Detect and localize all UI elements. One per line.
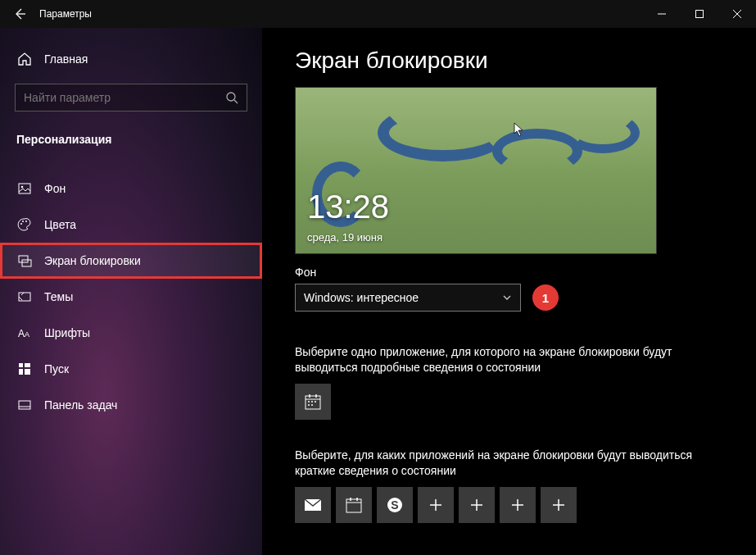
svg-point-7 [21,186,24,189]
start-icon [16,361,33,377]
svg-rect-18 [19,369,23,375]
background-dropdown[interactable]: Windows: интересное [295,284,521,312]
quick-app-tile-add[interactable] [500,487,536,523]
titlebar: Параметры [0,0,756,28]
search-box[interactable] [15,84,247,111]
svg-rect-16 [19,363,23,367]
sidebar-item-fonts[interactable]: AA Шрифты [0,315,262,351]
cursor-icon [514,122,525,137]
quick-app-tile-add[interactable] [418,487,454,523]
mail-icon [304,498,322,512]
taskbar-icon [16,397,33,413]
svg-point-10 [25,221,27,222]
detailed-app-tile[interactable] [295,384,331,420]
preview-time: 13:28 [307,189,389,225]
svg-rect-1 [696,11,704,18]
svg-rect-6 [19,184,30,193]
chevron-down-icon [502,293,512,303]
picture-icon [16,180,33,197]
quick-status-tiles: S [295,487,723,523]
svg-rect-12 [22,260,31,266]
nav-list: Фон Цвета Экран блокировки Темы AA Шрифт… [0,154,262,423]
svg-text:A: A [18,328,25,339]
back-button[interactable] [0,0,39,28]
main-panel: Экран блокировки 13:28 среда, 19 июня Фо… [262,28,756,555]
arrow-left-icon [13,7,26,20]
svg-point-9 [22,221,24,222]
svg-rect-13 [19,293,30,301]
section-label: Персонализация [0,123,262,154]
plus-icon [552,498,565,512]
home-button[interactable]: Главная [0,43,262,75]
home-icon [16,51,33,67]
annotation-badge: 1 [532,284,559,311]
svg-point-8 [20,223,22,225]
quick-app-tile-add[interactable] [541,487,577,523]
quick-app-tile-skype[interactable]: S [377,487,413,523]
plus-icon [470,498,483,512]
preview-date: среда, 19 июня [307,231,383,243]
svg-rect-22 [306,396,320,409]
quick-status-desc: Выберите, для каких приложений на экране… [295,448,721,479]
lockscreen-preview: 13:28 среда, 19 июня [295,87,657,254]
quick-app-tile-add[interactable] [459,487,495,523]
minimize-icon [658,10,666,18]
detailed-status-tiles [295,384,723,420]
sidebar-item-themes[interactable]: Темы [0,279,262,315]
search-icon [225,91,238,104]
sidebar-item-taskbar[interactable]: Панель задач [0,387,262,423]
skype-icon: S [386,496,404,514]
sidebar: Главная Персонализация Фон Цвета Экран б… [0,28,262,555]
svg-rect-32 [346,499,361,512]
dropdown-value: Windows: интересное [304,291,419,304]
sidebar-item-lockscreen[interactable]: Экран блокировки [0,243,262,279]
sidebar-item-start[interactable]: Пуск [0,351,262,387]
maximize-button[interactable] [681,0,718,28]
svg-text:S: S [391,498,398,512]
svg-point-4 [227,93,235,101]
sidebar-item-label: Шрифты [44,326,90,339]
search-input[interactable] [24,91,225,104]
sidebar-item-colors[interactable]: Цвета [0,207,262,243]
window-title: Параметры [39,8,92,20]
close-icon [733,10,741,18]
home-label: Главная [44,52,88,66]
sidebar-item-label: Пуск [44,362,69,375]
svg-line-5 [234,100,238,103]
sidebar-item-label: Панель задач [44,398,117,412]
palette-icon [16,216,33,233]
sidebar-item-label: Экран блокировки [44,254,141,267]
minimize-button[interactable] [643,0,681,28]
lockscreen-icon [16,252,33,269]
page-title: Экран блокировки [295,48,723,74]
svg-rect-11 [19,256,28,262]
sidebar-item-label: Фон [44,182,66,195]
fonts-icon: AA [16,325,33,341]
quick-app-tile-calendar[interactable] [336,487,372,523]
plus-icon [429,498,442,512]
close-button[interactable] [718,0,756,28]
svg-rect-20 [19,401,30,409]
calendar-icon [304,393,322,411]
themes-icon [16,289,33,305]
sidebar-item-label: Темы [44,290,73,303]
calendar-icon [345,496,363,514]
maximize-icon [695,10,704,18]
quick-app-tile-mail[interactable] [295,487,331,523]
sidebar-item-label: Цвета [44,218,76,231]
sidebar-item-background[interactable]: Фон [0,171,262,207]
plus-icon [511,498,524,512]
detailed-status-desc: Выберите одно приложение, для которого н… [295,344,721,375]
svg-text:A: A [25,330,29,339]
svg-rect-19 [25,369,30,375]
background-label: Фон [295,266,723,279]
svg-rect-17 [25,363,30,367]
